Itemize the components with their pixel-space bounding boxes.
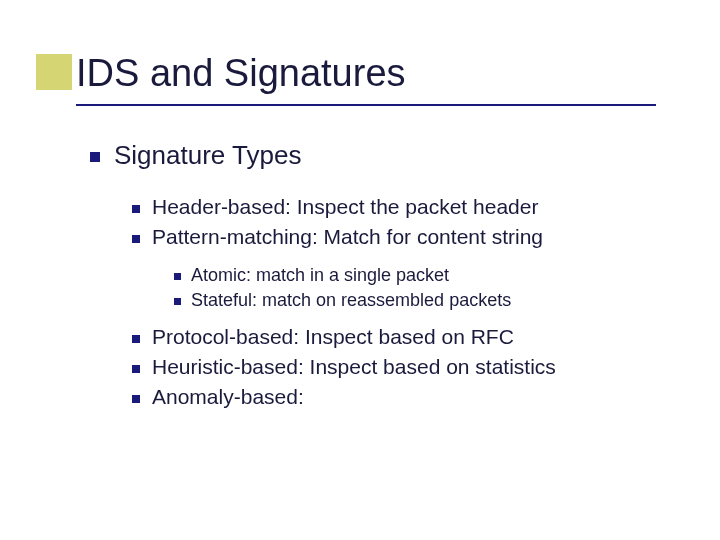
- square-bullet-icon: [174, 298, 181, 305]
- bullet-lvl3: Stateful: match on reassembled packets: [174, 290, 670, 311]
- square-bullet-icon: [132, 395, 140, 403]
- title-underline: [76, 104, 656, 106]
- bullet-lvl1: Signature Types: [90, 140, 670, 171]
- square-bullet-icon: [174, 273, 181, 280]
- square-bullet-icon: [132, 335, 140, 343]
- square-bullet-icon: [132, 205, 140, 213]
- slide-content: Signature Types Header-based: Inspect th…: [90, 140, 670, 415]
- bullet-text: Signature Types: [114, 140, 301, 171]
- bullet-text: Atomic: match in a single packet: [191, 265, 449, 286]
- bullet-lvl2: Heuristic-based: Inspect based on statis…: [132, 355, 670, 379]
- square-bullet-icon: [132, 365, 140, 373]
- accent-box: [36, 54, 72, 90]
- bullet-lvl2: Header-based: Inspect the packet header: [132, 195, 670, 219]
- bullet-text: Heuristic-based: Inspect based on statis…: [152, 355, 556, 379]
- bullet-lvl3: Atomic: match in a single packet: [174, 265, 670, 286]
- bullet-lvl2: Anomaly-based:: [132, 385, 670, 409]
- square-bullet-icon: [132, 235, 140, 243]
- bullet-text: Pattern-matching: Match for content stri…: [152, 225, 543, 249]
- slide-title: IDS and Signatures: [76, 52, 406, 95]
- bullet-text: Protocol-based: Inspect based on RFC: [152, 325, 514, 349]
- bullet-text: Header-based: Inspect the packet header: [152, 195, 538, 219]
- bullet-lvl2: Protocol-based: Inspect based on RFC: [132, 325, 670, 349]
- bullet-lvl2: Pattern-matching: Match for content stri…: [132, 225, 670, 249]
- bullet-text: Anomaly-based:: [152, 385, 304, 409]
- square-bullet-icon: [90, 152, 100, 162]
- bullet-text: Stateful: match on reassembled packets: [191, 290, 511, 311]
